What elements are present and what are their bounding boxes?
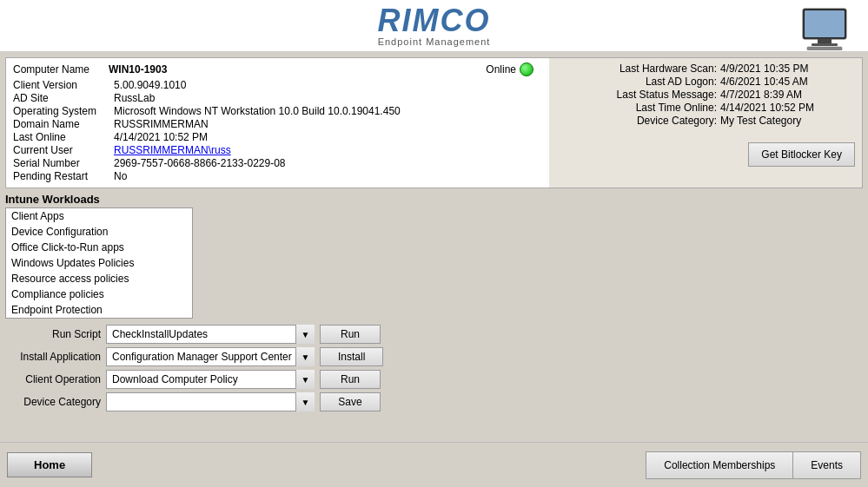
right-scan-panel: Last Hardware Scan: 4/9/2021 10:35 PM La… <box>549 58 862 188</box>
last-online-value: 4/14/2021 10:52 PM <box>114 131 208 143</box>
intune-list-item[interactable]: Office Click-to-Run apps <box>6 240 192 255</box>
domain-value: RUSSRIMMERMAN <box>114 118 209 130</box>
page-wrapper: RIMCO Endpoint Management <box>0 0 868 487</box>
ad-logon-value: 4/6/2021 10:45 AM <box>720 76 855 88</box>
hw-scan-label: Last Hardware Scan: <box>620 63 717 75</box>
intune-list-item[interactable]: Compliance policies <box>6 286 192 302</box>
os-label: Operating System <box>13 105 109 117</box>
computer-name-value: WIN10-1903 <box>109 63 486 76</box>
current-user-label: Current User <box>13 144 109 156</box>
events-button[interactable]: Events <box>792 451 861 479</box>
pending-restart-value: No <box>114 170 127 182</box>
intune-list-item[interactable]: Endpoint Protection <box>6 302 192 318</box>
save-button[interactable]: Save <box>320 392 381 411</box>
device-cat-row: Device Category: My Test Category <box>556 115 855 127</box>
svg-rect-3 <box>812 43 838 46</box>
ad-site-row: AD Site RussLab <box>13 92 542 104</box>
online-status: Online <box>486 63 533 76</box>
bottom-bar: Home Collection Memberships Events <box>0 442 868 487</box>
intune-list-item[interactable]: Resource access policies <box>6 271 192 286</box>
run-script-select[interactable]: CheckInstallUpdates <box>106 325 315 344</box>
domain-label: Domain Name <box>13 118 109 130</box>
client-version-label: Client Version <box>13 79 109 91</box>
pending-restart-label: Pending Restart <box>13 170 109 182</box>
green-dot <box>520 63 533 76</box>
current-user-link[interactable]: RUSSRIMMERMAN\russ <box>114 144 231 156</box>
computer-details: Computer Name WIN10-1903 Online Client V… <box>6 58 549 188</box>
device-cat-select-wrapper: ▼ <box>106 392 315 411</box>
online-text: Online <box>486 63 516 76</box>
intune-list-item[interactable]: Client Apps <box>6 208 192 224</box>
intune-title: Intune Workloads <box>5 193 863 206</box>
hw-scan-value: 4/9/2021 10:35 PM <box>720 63 855 75</box>
main-content: Computer Name WIN10-1903 Online Client V… <box>0 52 868 442</box>
intune-list-item[interactable]: Windows Updates Policies <box>6 255 192 271</box>
device-cat-scan-value: My Test Category <box>720 115 855 127</box>
info-box: Computer Name WIN10-1903 Online Client V… <box>5 57 863 188</box>
last-online-row: Last Online 4/14/2021 10:52 PM <box>13 131 542 143</box>
logo-main: RIMCO <box>378 5 491 36</box>
ad-site-value: RussLab <box>114 92 155 104</box>
svg-rect-2 <box>818 39 832 43</box>
install-app-row: Install Application Configuration Manage… <box>5 347 863 366</box>
domain-row: Domain Name RUSSRIMMERMAN <box>13 118 542 130</box>
svg-rect-4 <box>807 47 842 50</box>
collection-memberships-button[interactable]: Collection Memberships <box>646 451 792 479</box>
ad-logon-label: Last AD Logon: <box>646 76 717 88</box>
monitor-icon <box>798 7 851 53</box>
time-online-label: Last Time Online: <box>636 102 717 114</box>
install-app-select[interactable]: Configuration Manager Support Center <box>106 347 315 366</box>
run-script-select-wrapper: CheckInstallUpdates ▼ <box>106 325 315 344</box>
left-area: Computer Name WIN10-1903 Online Client V… <box>5 57 863 442</box>
client-op-select[interactable]: Download Computer Policy <box>106 370 315 389</box>
actions-section: Run Script CheckInstallUpdates ▼ Run Ins… <box>5 325 863 411</box>
run-script-label: Run Script <box>5 328 101 340</box>
os-value: Microsoft Windows NT Workstation 10.0 Bu… <box>114 105 401 117</box>
serial-value: 2969-7557-0668-8866-2133-0229-08 <box>114 157 286 169</box>
home-button[interactable]: Home <box>7 452 92 477</box>
bitlocker-button[interactable]: Get Bitlocker Key <box>748 142 855 167</box>
pending-restart-row: Pending Restart No <box>13 170 542 182</box>
run-script-button[interactable]: Run <box>320 325 381 344</box>
client-version-value: 5.00.9049.1010 <box>114 79 186 91</box>
client-op-select-wrapper: Download Computer Policy ▼ <box>106 370 315 389</box>
os-row: Operating System Microsoft Windows NT Wo… <box>13 105 542 117</box>
run-script-row: Run Script CheckInstallUpdates ▼ Run <box>5 325 863 344</box>
intune-list-item[interactable]: Device Configuration <box>6 224 192 240</box>
install-app-select-wrapper: Configuration Manager Support Center ▼ <box>106 347 315 366</box>
hw-scan-row: Last Hardware Scan: 4/9/2021 10:35 PM <box>556 63 855 75</box>
install-button[interactable]: Install <box>320 347 383 366</box>
status-msg-label: Last Status Message: <box>617 89 717 101</box>
ad-site-label: AD Site <box>13 92 109 104</box>
client-op-row: Client Operation Download Computer Polic… <box>5 370 863 389</box>
intune-section: Intune Workloads Client AppsDevice Confi… <box>5 193 863 319</box>
device-cat-scan-label: Device Category: <box>637 115 717 127</box>
device-cat-action-label: Device Category <box>5 396 101 408</box>
status-msg-value: 4/7/2021 8:39 AM <box>720 89 855 101</box>
ad-logon-row: Last AD Logon: 4/6/2021 10:45 AM <box>556 76 855 88</box>
svg-rect-1 <box>805 10 845 37</box>
logo: RIMCO Endpoint Management <box>378 5 491 47</box>
device-cat-action-row: Device Category ▼ Save <box>5 392 863 411</box>
client-op-label: Client Operation <box>5 373 101 385</box>
last-online-label: Last Online <box>13 131 109 143</box>
logo-sub: Endpoint Management <box>378 36 491 47</box>
serial-row: Serial Number 2969-7557-0668-8866-2133-0… <box>13 157 542 169</box>
intune-list: Client AppsDevice ConfigurationOffice Cl… <box>5 207 193 319</box>
time-online-row: Last Time Online: 4/14/2021 10:52 PM <box>556 102 855 114</box>
bitlocker-section: Get Bitlocker Key <box>556 134 855 167</box>
header: RIMCO Endpoint Management <box>0 0 868 52</box>
bottom-right-buttons: Collection Memberships Events <box>646 451 861 479</box>
current-user-row: Current User RUSSRIMMERMAN\russ <box>13 144 542 156</box>
install-app-label: Install Application <box>5 351 101 363</box>
time-online-value: 4/14/2021 10:52 PM <box>720 102 855 114</box>
serial-label: Serial Number <box>13 157 109 169</box>
device-cat-select[interactable] <box>106 392 315 411</box>
status-msg-row: Last Status Message: 4/7/2021 8:39 AM <box>556 89 855 101</box>
client-version-row: Client Version 5.00.9049.1010 <box>13 79 542 91</box>
computer-name-label: Computer Name <box>13 63 109 76</box>
name-online-row: Computer Name WIN10-1903 Online <box>13 63 542 76</box>
run-op-button[interactable]: Run <box>320 370 381 389</box>
